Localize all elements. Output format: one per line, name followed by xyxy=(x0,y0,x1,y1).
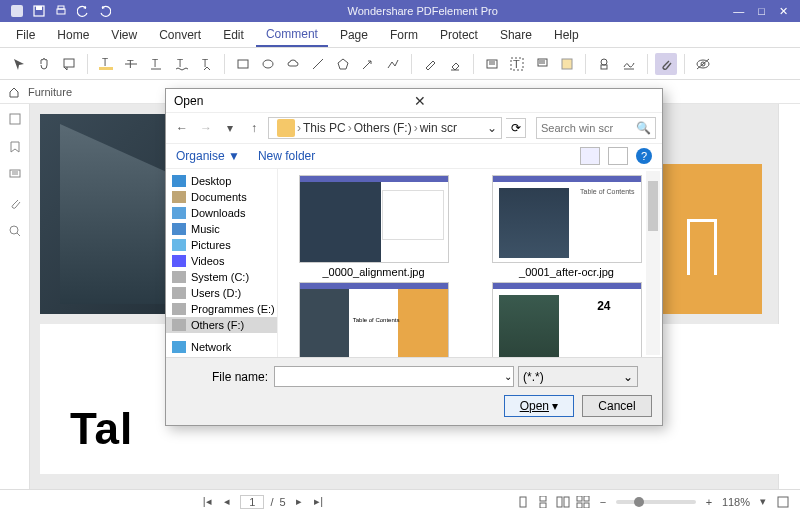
connected-line-icon[interactable] xyxy=(382,53,404,75)
underline-tool-icon[interactable]: T xyxy=(145,53,167,75)
preview-pane-button[interactable] xyxy=(608,147,628,165)
line-shape-icon[interactable] xyxy=(307,53,329,75)
menu-file[interactable]: File xyxy=(6,24,45,46)
zoom-out-icon[interactable]: − xyxy=(596,495,610,509)
pencil-tool-icon[interactable] xyxy=(419,53,441,75)
tree-item[interactable]: Others (F:) xyxy=(166,317,277,333)
squiggly-tool-icon[interactable]: T xyxy=(170,53,192,75)
right-scrollbar[interactable] xyxy=(778,104,800,489)
nav-up-icon[interactable]: ↑ xyxy=(244,118,264,138)
signature-tool-icon[interactable] xyxy=(618,53,640,75)
dialog-close-icon[interactable]: ✕ xyxy=(414,93,654,109)
first-page-icon[interactable]: |◂ xyxy=(200,495,214,509)
prev-page-icon[interactable]: ◂ xyxy=(220,495,234,509)
view-mode-button[interactable] xyxy=(580,147,600,165)
filename-dropdown-icon[interactable]: ⌄ xyxy=(504,371,512,382)
zoom-in-icon[interactable]: + xyxy=(702,495,716,509)
tree-item[interactable]: Programmes (E:) xyxy=(166,301,277,317)
tree-item[interactable]: System (C:) xyxy=(166,269,277,285)
callout-tool-icon[interactable] xyxy=(531,53,553,75)
document-tab[interactable]: Furniture xyxy=(28,86,72,98)
redo-icon[interactable] xyxy=(98,4,112,18)
print-icon[interactable] xyxy=(54,4,68,18)
nav-recent-icon[interactable]: ▾ xyxy=(220,118,240,138)
file-item[interactable]: _0000_alignment.jpg xyxy=(284,175,463,278)
two-page-view-icon[interactable] xyxy=(556,495,570,509)
last-page-icon[interactable]: ▸| xyxy=(312,495,326,509)
tree-item[interactable]: Desktop xyxy=(166,173,277,189)
stamp-tool-icon[interactable] xyxy=(593,53,615,75)
dialog-search-input[interactable] xyxy=(541,122,631,134)
highlight-tool-icon[interactable]: T xyxy=(95,53,117,75)
menu-form[interactable]: Form xyxy=(380,24,428,46)
breadcrumb-dropdown-icon[interactable]: ⌄ xyxy=(487,121,497,135)
single-page-view-icon[interactable] xyxy=(516,495,530,509)
menu-comment[interactable]: Comment xyxy=(256,23,328,47)
menu-protect[interactable]: Protect xyxy=(430,24,488,46)
open-button[interactable]: Open ▾ xyxy=(504,395,574,417)
home-icon[interactable] xyxy=(8,86,20,98)
menu-edit[interactable]: Edit xyxy=(213,24,254,46)
hand-tool-icon[interactable] xyxy=(33,53,55,75)
textbox-tool-icon[interactable] xyxy=(481,53,503,75)
nav-back-icon[interactable]: ← xyxy=(172,118,192,138)
polygon-shape-icon[interactable] xyxy=(332,53,354,75)
help-icon[interactable]: ? xyxy=(636,148,652,164)
oval-shape-icon[interactable] xyxy=(257,53,279,75)
organise-button[interactable]: Organise ▼ xyxy=(176,149,240,163)
strikethrough-tool-icon[interactable]: T xyxy=(120,53,142,75)
cloud-shape-icon[interactable] xyxy=(282,53,304,75)
save-icon[interactable] xyxy=(32,4,46,18)
menu-page[interactable]: Page xyxy=(330,24,378,46)
tree-item[interactable]: Downloads xyxy=(166,205,277,221)
attachment-tool-icon[interactable] xyxy=(655,53,677,75)
breadcrumb-seg-0[interactable]: This PC xyxy=(303,121,346,135)
area-highlight-icon[interactable] xyxy=(556,53,578,75)
tree-item[interactable]: Videos xyxy=(166,253,277,269)
search-icon[interactable]: 🔍 xyxy=(636,121,651,135)
tree-item[interactable]: Music xyxy=(166,221,277,237)
new-folder-button[interactable]: New folder xyxy=(258,149,315,163)
minimize-icon[interactable]: — xyxy=(733,5,744,18)
search-panel-icon[interactable] xyxy=(8,224,22,238)
breadcrumb[interactable]: › This PC › Others (F:) › win scr ⌄ xyxy=(268,117,502,139)
refresh-icon[interactable]: ⟳ xyxy=(506,118,526,138)
two-page-continuous-icon[interactable] xyxy=(576,495,590,509)
select-tool-icon[interactable] xyxy=(8,53,30,75)
zoom-dropdown-icon[interactable]: ▾ xyxy=(756,495,770,509)
filename-input[interactable] xyxy=(274,366,514,387)
eraser-tool-icon[interactable] xyxy=(444,53,466,75)
file-item[interactable]: _0001_after-ocr.jpg xyxy=(477,175,656,278)
arrow-shape-icon[interactable] xyxy=(357,53,379,75)
rect-shape-icon[interactable] xyxy=(232,53,254,75)
close-window-icon[interactable]: ✕ xyxy=(779,5,788,18)
dialog-search-box[interactable]: 🔍 xyxy=(536,117,656,139)
menu-view[interactable]: View xyxy=(101,24,147,46)
breadcrumb-seg-2[interactable]: win scr xyxy=(420,121,457,135)
undo-icon[interactable] xyxy=(76,4,90,18)
menu-share[interactable]: Share xyxy=(490,24,542,46)
tree-item[interactable]: Users (D:) xyxy=(166,285,277,301)
next-page-icon[interactable]: ▸ xyxy=(292,495,306,509)
note-tool-icon[interactable] xyxy=(58,53,80,75)
file-grid-scrollbar[interactable] xyxy=(646,171,660,355)
cancel-button[interactable]: Cancel xyxy=(582,395,652,417)
typewriter-tool-icon[interactable]: T xyxy=(506,53,528,75)
menu-help[interactable]: Help xyxy=(544,24,589,46)
menu-home[interactable]: Home xyxy=(47,24,99,46)
thumbnails-panel-icon[interactable] xyxy=(8,112,22,126)
bookmarks-panel-icon[interactable] xyxy=(8,140,22,154)
tree-item[interactable]: Network xyxy=(166,339,277,355)
tree-item[interactable]: Documents xyxy=(166,189,277,205)
file-item[interactable]: _0002_adjust-pane.jpg xyxy=(284,282,463,357)
zoom-slider[interactable] xyxy=(616,500,696,504)
caret-tool-icon[interactable]: T xyxy=(195,53,217,75)
tree-item[interactable]: Pictures xyxy=(166,237,277,253)
maximize-icon[interactable]: □ xyxy=(758,5,765,18)
fullscreen-icon[interactable] xyxy=(776,495,790,509)
nav-forward-icon[interactable]: → xyxy=(196,118,216,138)
hide-annotations-icon[interactable] xyxy=(692,53,714,75)
filetype-select[interactable]: (*.*) ⌄ xyxy=(518,366,638,387)
file-item[interactable]: _0003_add-more.jpg xyxy=(477,282,656,357)
page-current[interactable]: 1 xyxy=(240,495,264,509)
